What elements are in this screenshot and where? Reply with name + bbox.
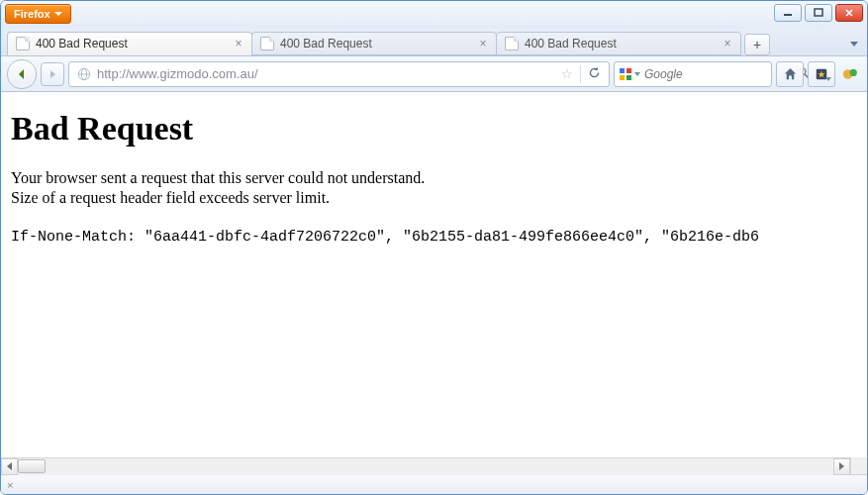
svg-rect-5 <box>620 68 625 73</box>
svg-rect-7 <box>620 75 625 80</box>
reload-button[interactable] <box>584 66 605 82</box>
tab-close-button[interactable]: × <box>476 37 490 50</box>
page-body: Bad Request Your browser sent a request … <box>1 92 867 457</box>
back-button[interactable] <box>7 59 37 89</box>
page-icon <box>260 37 274 50</box>
tab-0[interactable]: 400 Bad Request × <box>7 32 252 55</box>
search-input[interactable] <box>644 67 794 81</box>
new-tab-button[interactable]: + <box>744 34 770 55</box>
minimize-button[interactable] <box>774 4 802 22</box>
status-bar: × <box>1 474 867 494</box>
error-heading: Bad Request <box>11 110 857 148</box>
search-box[interactable] <box>614 61 772 87</box>
feedback-icon <box>842 66 858 82</box>
window-titlebar: Firefox <box>1 1 867 29</box>
scrollbar-track[interactable] <box>18 458 833 475</box>
firefox-label: Firefox <box>14 8 50 20</box>
home-icon <box>783 66 798 81</box>
page-icon <box>505 37 519 50</box>
chevron-down-icon <box>850 42 858 47</box>
tab-1[interactable]: 400 Bad Request × <box>251 32 497 55</box>
globe-icon <box>77 67 91 81</box>
error-line-2: Size of a request header field exceeds s… <box>11 189 857 207</box>
svg-rect-6 <box>627 68 631 73</box>
svg-rect-1 <box>815 9 822 16</box>
url-input[interactable] <box>97 66 557 81</box>
dropdown-icon <box>54 12 62 16</box>
maximize-icon <box>814 8 823 18</box>
error-line-1: Your browser sent a request that this se… <box>11 169 857 187</box>
forward-arrow-icon <box>48 69 57 79</box>
content-area: Bad Request Your browser sent a request … <box>1 92 867 494</box>
browser-window: Firefox 400 Bad Request × 400 Bad Reques… <box>0 0 868 495</box>
reload-icon <box>588 66 601 79</box>
svg-point-13 <box>850 68 857 75</box>
svg-rect-8 <box>627 75 631 80</box>
bookmark-star-icon[interactable]: ☆ <box>557 66 577 81</box>
bookmarks-button[interactable] <box>808 61 835 87</box>
url-bar[interactable]: ☆ <box>68 61 610 87</box>
horizontal-scrollbar[interactable] <box>1 457 850 474</box>
tab-strip: 400 Bad Request × 400 Bad Request × 400 … <box>1 29 867 56</box>
scrollbar-corner <box>850 457 867 474</box>
minimize-icon <box>783 8 793 18</box>
tab-close-button[interactable]: × <box>721 37 734 50</box>
triangle-right-icon <box>839 462 844 470</box>
window-controls <box>774 4 863 22</box>
close-icon <box>844 8 854 18</box>
tab-label: 400 Bad Request <box>36 37 226 50</box>
navigation-toolbar: ☆ <box>1 56 867 92</box>
statusbar-close-icon[interactable]: × <box>7 479 13 491</box>
horizontal-scrollbar-row <box>1 457 867 474</box>
triangle-left-icon <box>7 462 12 470</box>
google-icon <box>619 66 632 82</box>
tab-label: 400 Bad Request <box>280 37 470 50</box>
feedback-button[interactable] <box>839 61 861 87</box>
maximize-button[interactable] <box>805 4 832 22</box>
scrollbar-thumb[interactable] <box>18 459 46 473</box>
header-dump: If-None-Match: "6aa441-dbfc-4adf7206722c… <box>11 229 857 246</box>
scroll-left-button[interactable] <box>1 458 18 475</box>
chevron-down-icon <box>825 77 831 81</box>
tab-label: 400 Bad Request <box>525 37 715 50</box>
tab-2[interactable]: 400 Bad Request × <box>496 32 741 55</box>
scroll-right-button[interactable] <box>833 458 850 475</box>
page-icon <box>16 37 30 50</box>
search-engine-dropdown-icon[interactable] <box>634 72 640 76</box>
forward-button[interactable] <box>41 62 64 86</box>
firefox-menu-button[interactable]: Firefox <box>5 4 71 24</box>
tab-close-button[interactable]: × <box>232 37 245 50</box>
tabs-overflow-button[interactable] <box>847 32 861 55</box>
home-button[interactable] <box>776 61 804 87</box>
close-window-button[interactable] <box>835 4 863 22</box>
separator <box>580 65 581 83</box>
svg-rect-0 <box>784 14 792 16</box>
back-arrow-icon <box>15 67 29 81</box>
